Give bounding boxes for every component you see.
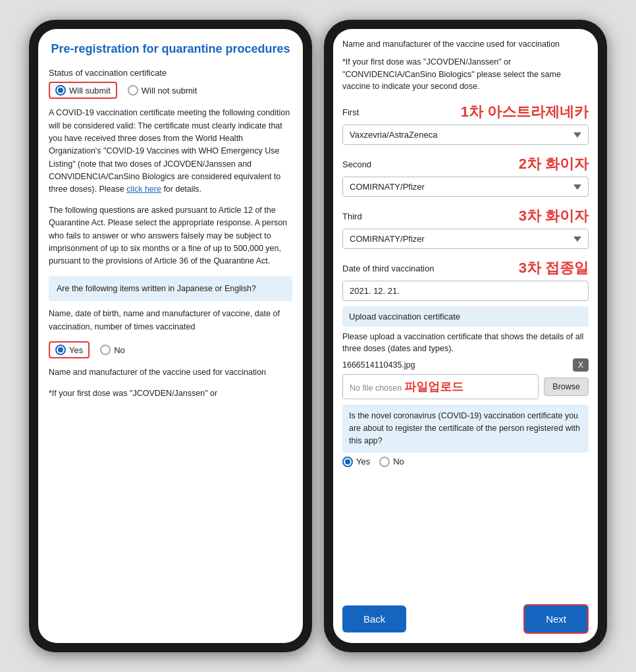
- body-text-1: A COVID-19 vaccination certificate meeti…: [49, 107, 292, 196]
- cert-yes-option[interactable]: Yes: [342, 457, 370, 467]
- upload-desc: Please upload a vaccination certificate …: [342, 331, 589, 354]
- first-dose-korean: 1차 아스트라제네카: [461, 102, 589, 122]
- q1-sub: Name, date of birth, name and manufactur…: [49, 308, 292, 333]
- first-dose-label: First: [342, 107, 359, 117]
- file-name: 1666514110435.jpg: [342, 360, 573, 370]
- no-radio[interactable]: [100, 345, 111, 355]
- second-dose-select[interactable]: COMIRNATY/Pfizer: [342, 177, 589, 197]
- body-text-2: The following questions are asked pursua…: [49, 204, 292, 268]
- date-row: Date of third vaccination 3차 접종일: [342, 254, 589, 281]
- date-label: Date of third vaccination: [342, 264, 434, 273]
- will-submit-option[interactable]: Will submit: [49, 82, 117, 99]
- cert-radio-group: Yes No: [342, 457, 589, 467]
- browse-button[interactable]: Browse: [544, 378, 589, 396]
- next-button[interactable]: Next: [523, 604, 589, 634]
- page-title: Pre-registration for quarantine procedur…: [49, 41, 292, 57]
- cert-yes-radio[interactable]: [342, 457, 353, 467]
- cert-question: Is the novel coronavirus (COVID-19) vacc…: [342, 405, 589, 452]
- third-dose-select[interactable]: COMIRNATY/Pfizer: [342, 229, 589, 249]
- date-value[interactable]: 2021. 12. 21.: [342, 281, 589, 301]
- date-korean: 3차 접종일: [519, 258, 589, 278]
- yes-no-radio-group: Yes No: [49, 341, 292, 358]
- submit-radio-group: Will submit Will not submit: [49, 82, 292, 99]
- back-button[interactable]: Back: [342, 605, 406, 632]
- first-dose-select[interactable]: Vaxzevria/AstraZeneca: [342, 125, 589, 145]
- click-here-link[interactable]: click here: [126, 184, 161, 194]
- second-dose-row: Second 2차 화이자: [342, 150, 589, 177]
- will-submit-radio[interactable]: [55, 85, 66, 96]
- footer-btn-row: Back Next: [342, 598, 589, 643]
- second-dose-label: Second: [342, 159, 371, 169]
- yes-label: Yes: [69, 345, 83, 355]
- left-screen: Pre-registration for quarantine procedur…: [38, 29, 303, 643]
- right-top-note: *If your first dose was "JCOVDEN/Janssen…: [342, 56, 589, 93]
- will-not-submit-label: Will not submit: [142, 86, 198, 96]
- file-korean-label: 파일업로드: [404, 380, 464, 393]
- cert-no-radio[interactable]: [379, 457, 390, 467]
- cert-yes-label: Yes: [356, 457, 370, 466]
- uploaded-file-row: 1666514110435.jpg X: [342, 358, 589, 372]
- file-input-row: No file chosen 파일업로드 Browse: [342, 374, 589, 399]
- will-not-submit-radio[interactable]: [128, 85, 138, 96]
- vaccination-status-label: Status of vaccination certificate: [49, 68, 292, 78]
- third-dose-korean: 3차 화이자: [519, 206, 589, 226]
- yes-radio[interactable]: [55, 345, 66, 355]
- will-submit-label: Will submit: [69, 86, 111, 96]
- right-screen: Name and manufacturer of the vaccine use…: [333, 29, 598, 643]
- cert-no-option[interactable]: No: [379, 457, 404, 467]
- question-box-1: Are the following items written in Japan…: [49, 276, 292, 302]
- q2-note: *If your first dose was "JCOVDEN/Janssen…: [49, 387, 292, 400]
- first-dose-row: First 1차 아스트라제네카: [342, 98, 589, 125]
- third-dose-label: Third: [342, 211, 362, 221]
- second-dose-korean: 2차 화이자: [519, 154, 589, 174]
- yes-option[interactable]: Yes: [49, 341, 90, 358]
- no-label: No: [114, 345, 125, 355]
- right-top-text: Name and manufacturer of the vaccine use…: [342, 38, 589, 51]
- upload-header: Upload vaccination certificate: [342, 306, 589, 327]
- will-not-submit-option[interactable]: Will not submit: [128, 85, 198, 96]
- no-option[interactable]: No: [100, 345, 125, 355]
- q2-label: Name and manufacturer of the vaccine use…: [49, 366, 292, 379]
- remove-file-button[interactable]: X: [573, 358, 589, 372]
- right-phone: Name and manufacturer of the vaccine use…: [324, 20, 607, 652]
- cert-no-label: No: [393, 457, 404, 466]
- third-dose-row: Third 3차 화이자: [342, 202, 589, 229]
- left-phone: Pre-registration for quarantine procedur…: [29, 20, 312, 652]
- no-file-label: No file chosen 파일업로드: [342, 374, 539, 399]
- right-body: Name and manufacturer of the vaccine use…: [342, 38, 589, 598]
